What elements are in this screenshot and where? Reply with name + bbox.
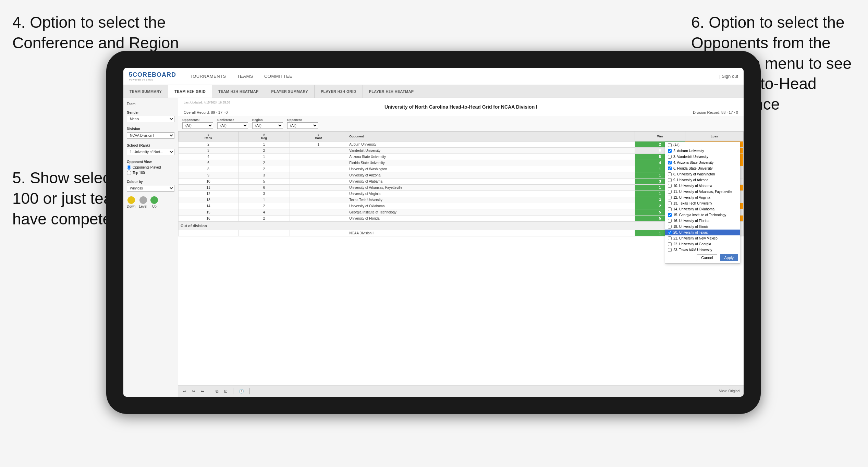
table-row: 12 3 University of Virginia 1 0	[179, 191, 744, 197]
division-record: Division Record: 88 · 17 · 0	[693, 110, 738, 114]
cell-conf	[290, 148, 347, 154]
undo-button[interactable]: ↩	[182, 388, 188, 394]
dropdown-item[interactable]: 9. University of Arizona	[665, 177, 740, 183]
dropdown-item[interactable]: 4. Arizona State University	[665, 160, 740, 165]
division-label: Division	[127, 127, 174, 131]
tab-team-h2h-grid[interactable]: TEAM H2H GRID	[168, 85, 212, 98]
tablet-screen: 5COREBOARD Powered by cloud TOURNAMENTS …	[123, 68, 744, 397]
data-table-wrapper: #Rank #Reg #Conf Opponent Win Loss 2 1	[178, 131, 744, 375]
nav-committee[interactable]: COMMITTEE	[264, 74, 293, 79]
dropdown-item[interactable]: 20. University of Texas	[665, 230, 740, 235]
dropdown-item[interactable]: (All)	[665, 142, 740, 148]
tab-player-h2h-heatmap[interactable]: PLAYER H2H HEATMAP	[363, 85, 420, 98]
paste-button[interactable]: ⊡	[223, 388, 229, 394]
cell-conf	[290, 154, 347, 160]
dropdown-item[interactable]: 21. University of New Mexico	[665, 235, 740, 241]
legend-down-dot	[127, 196, 135, 204]
dropdown-item[interactable]: 22. University of Georgia	[665, 241, 740, 247]
region-select[interactable]: (All)	[252, 122, 283, 129]
opponent-label: Opponent	[287, 118, 318, 122]
radio-opponents-played[interactable]: Opponents Played	[127, 165, 174, 170]
cell-opponent: University of Washington	[347, 166, 635, 172]
legend-down-label: Down	[127, 205, 136, 208]
opponent-select[interactable]: (All)	[287, 122, 318, 129]
dropdown-apply-button[interactable]: Apply	[720, 254, 738, 261]
dropdown-item[interactable]: 13. Texas Tech University	[665, 200, 740, 206]
table-row: 4 1 Arizona State University 5 1	[179, 154, 744, 160]
dropdown-item[interactable]: 11. University of Arkansas, Fayetteville	[665, 189, 740, 195]
col-reg: #Reg	[238, 132, 290, 142]
grid-title: University of North Carolina Head-to-Hea…	[184, 104, 738, 110]
sidebar-section-gender: Gender Men's	[127, 111, 174, 122]
data-table: #Rank #Reg #Conf Opponent Win Loss 2 1	[178, 131, 744, 236]
cell-rank: 14	[179, 203, 239, 209]
view-label: View: Original	[719, 389, 740, 393]
cell-reg: 1	[238, 142, 290, 148]
cell-conf	[290, 172, 347, 179]
app-header: 5COREBOARD Powered by cloud TOURNAMENTS …	[123, 68, 744, 85]
dropdown-item[interactable]: 12. University of Virginia	[665, 195, 740, 200]
dropdown-item[interactable]: 16. University of Florida	[665, 218, 740, 224]
cell-opponent: Arizona State University	[347, 154, 635, 160]
dropdown-item[interactable]: 8. University of Washington	[665, 171, 740, 177]
out-division-separator: Out of division	[179, 222, 744, 230]
last-updated: Last Updated: 4/15/2024 16:55:38	[184, 101, 230, 104]
tab-player-h2h-grid[interactable]: PLAYER H2H GRID	[315, 85, 363, 98]
cell-conf	[290, 191, 347, 197]
sidebar-section-school: School (Rank) 1. University of Nort...	[127, 144, 174, 155]
dropdown-cancel-button[interactable]: Cancel	[697, 254, 717, 261]
sep2	[233, 388, 233, 394]
tab-team-summary[interactable]: TEAM SUMMARY	[123, 85, 168, 98]
tab-player-summary[interactable]: PLAYER SUMMARY	[265, 85, 315, 98]
opponents-select[interactable]: (All)	[182, 122, 213, 129]
out-div-empty1	[179, 230, 239, 236]
cell-opponent: Florida State University	[347, 160, 635, 166]
school-select[interactable]: 1. University of Nort...	[127, 149, 174, 155]
dropdown-item[interactable]: 23. Texas A&M University	[665, 247, 740, 252]
opponent-dropdown[interactable]: (All) 2. Auburn University 3. Vanderbilt…	[665, 142, 740, 263]
out-div-empty2	[238, 230, 290, 236]
division-select[interactable]: NCAA Division I	[127, 132, 174, 139]
dropdown-item[interactable]: 14. University of Oklahoma	[665, 206, 740, 212]
dropdown-item[interactable]: 6. Florida State University	[665, 165, 740, 171]
legend-down: Down	[127, 196, 136, 208]
cell-reg: 1	[238, 154, 290, 160]
right-panel: Last Updated: 4/15/2024 16:55:38 Univers…	[178, 98, 744, 397]
dropdown-item[interactable]: 10. University of Alabama	[665, 183, 740, 189]
dropdown-item[interactable]: 18. University of Illinois	[665, 224, 740, 230]
redo-button[interactable]: ↪	[191, 388, 197, 394]
cell-conf: 1	[290, 142, 347, 148]
col-conf: #Conf	[290, 132, 347, 142]
clock-button[interactable]: 🕐	[237, 388, 245, 394]
cell-reg: 3	[238, 191, 290, 197]
out-div-name: NCAA Division II	[347, 230, 635, 236]
tab-team-h2h-heatmap[interactable]: TEAM H2H HEATMAP	[212, 85, 265, 98]
cell-opponent: University of Oklahoma	[347, 203, 635, 209]
radio-top100[interactable]: Top 100	[127, 171, 174, 175]
team-label: Team	[127, 102, 174, 106]
cell-reg: 2	[238, 148, 290, 154]
annotation-top-left: 4. Option to select the Conference and R…	[12, 12, 191, 53]
colour-select[interactable]: Win/loss	[127, 185, 174, 192]
out-div-empty3	[290, 230, 347, 236]
cell-opponent: Georgia Institute of Technology	[347, 209, 635, 216]
filter-row: Opponents: (All) Conference (All) Region	[178, 116, 744, 131]
nav-tournaments[interactable]: TOURNAMENTS	[190, 74, 226, 79]
copy-button[interactable]: ⧉	[214, 388, 220, 394]
cell-rank: 11	[179, 185, 239, 191]
gender-select[interactable]: Men's	[127, 116, 174, 122]
dropdown-item[interactable]: 2. Auburn University	[665, 148, 740, 154]
cell-opponent: University of Alabama	[347, 179, 635, 185]
cell-rank: 8	[179, 166, 239, 172]
back-button[interactable]: ⬅	[199, 388, 206, 394]
conference-select[interactable]: (All)	[217, 122, 248, 129]
filter-region: Region (All)	[252, 118, 283, 129]
nav-teams[interactable]: TEAMS	[237, 74, 253, 79]
cell-conf	[290, 203, 347, 209]
cell-rank: 2	[179, 142, 239, 148]
col-opponent: Opponent	[347, 132, 635, 142]
dropdown-item[interactable]: 15. Georgia Institute of Technology	[665, 212, 740, 218]
table-row: 14 2 University of Oklahoma 2 2	[179, 203, 744, 209]
dropdown-item[interactable]: 3. Vanderbilt University	[665, 154, 740, 160]
nav-signout[interactable]: | Sign out	[719, 74, 738, 79]
